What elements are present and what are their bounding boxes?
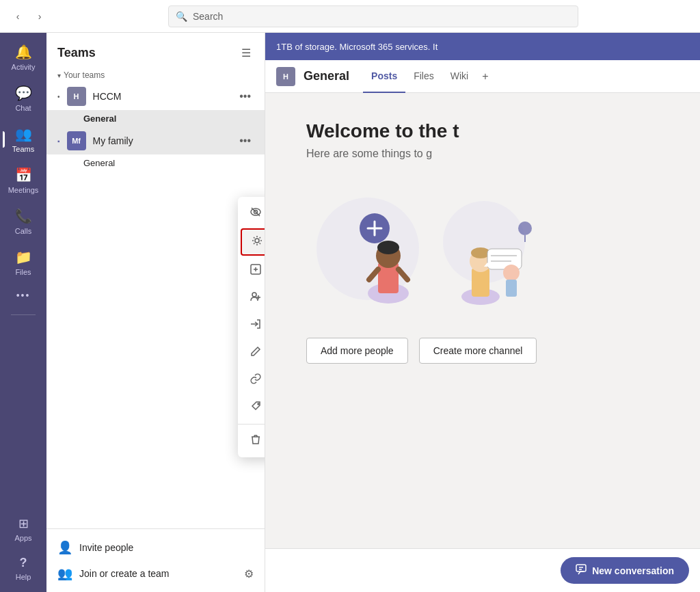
- add-people-button[interactable]: Add more people: [306, 338, 408, 364]
- storage-text: 1TB of storage. Microsoft 365 services. …: [276, 42, 438, 52]
- filter-icon[interactable]: ☰: [239, 44, 254, 62]
- svg-rect-39: [576, 565, 586, 571]
- menu-item-manage-team[interactable]: Manage team: [241, 228, 265, 256]
- menu-item-edit-team[interactable]: Edit team: [238, 339, 265, 366]
- section-chevron: ▾: [57, 72, 61, 79]
- nav-divider: [11, 314, 36, 315]
- help-icon: ?: [20, 556, 27, 570]
- tab-files[interactable]: Files: [405, 60, 442, 93]
- team-menu-myfamily[interactable]: •••: [237, 133, 254, 148]
- svg-point-11: [258, 403, 259, 405]
- sidebar-item-label-activity: Activity: [12, 63, 36, 71]
- sidebar-item-teams[interactable]: 👥 Teams: [3, 120, 44, 159]
- more-icon: •••: [16, 290, 31, 301]
- svg-point-35: [503, 265, 520, 281]
- new-conv-icon: [576, 564, 587, 577]
- files-icon: 📁: [15, 249, 32, 265]
- action-buttons: Add more people Create more channel: [306, 338, 659, 364]
- sidebar-item-apps[interactable]: ⊞ Apps: [3, 511, 44, 548]
- search-bar[interactable]: 🔍 Search: [168, 5, 578, 27]
- storage-banner: 1TB of storage. Microsoft 365 services. …: [265, 33, 700, 60]
- join-label: Join or create a team: [79, 568, 170, 579]
- sidebar-item-files[interactable]: 📁 Files: [3, 243, 44, 282]
- illustration: [306, 187, 659, 310]
- hide-icon: [249, 206, 262, 220]
- tab-add-button[interactable]: +: [476, 60, 494, 93]
- join-settings-icon[interactable]: ⚙: [244, 567, 254, 580]
- teams-panel-bottom: 👤 Invite people 👥 Join or create a team …: [46, 528, 265, 592]
- svg-point-3: [255, 239, 259, 243]
- team-item-hccm[interactable]: • H HCCM •••: [46, 83, 265, 110]
- delete-team-icon: [249, 434, 262, 448]
- teams-icon: 👥: [15, 126, 32, 142]
- menu-divider: [238, 424, 265, 425]
- edit-team-icon: [249, 346, 262, 360]
- join-icon: 👥: [57, 566, 72, 581]
- channel-hccm-general[interactable]: General: [46, 110, 265, 127]
- new-conv-label: New conversation: [592, 565, 674, 576]
- add-member-icon: [249, 291, 262, 305]
- sidebar-item-label-help: Help: [16, 573, 31, 581]
- svg-rect-36: [506, 280, 517, 297]
- team-item-myfamily[interactable]: ▪ Mf My family •••: [46, 127, 265, 154]
- team-name-myfamily: My family: [93, 135, 230, 146]
- channel-avatar: H: [276, 67, 295, 86]
- activity-icon: 🔔: [15, 44, 32, 60]
- svg-rect-28: [472, 268, 489, 297]
- sidebar-item-label-chat: Chat: [15, 104, 31, 112]
- main-content: 1TB of storage. Microsoft 365 services. …: [265, 33, 700, 592]
- tab-wiki[interactable]: Wiki: [442, 60, 476, 93]
- sidebar-item-meetings[interactable]: 📅 Meetings: [3, 161, 44, 200]
- svg-point-24: [377, 241, 399, 254]
- teams-list: • H HCCM ••• General ▪ Mf My family ••• …: [46, 83, 265, 528]
- sidebar-item-label-teams: Teams: [12, 145, 34, 153]
- menu-item-leave-team[interactable]: Leave the team: [238, 312, 265, 339]
- chat-icon: 💬: [15, 85, 32, 101]
- svg-point-37: [518, 221, 532, 235]
- team-menu-hccm[interactable]: •••: [237, 89, 254, 104]
- nav-bottom: ⊞ Apps ? Help: [3, 511, 44, 587]
- sidebar-item-chat[interactable]: 💬 Chat: [3, 79, 44, 118]
- new-conversation-button[interactable]: New conversation: [561, 557, 689, 584]
- sidebar-item-label-calls: Calls: [15, 227, 31, 235]
- teams-panel-title: Teams: [57, 46, 96, 60]
- teams-section-label: ▾ Your teams: [46, 68, 265, 83]
- avatar-hccm: H: [67, 87, 86, 106]
- sidebar-item-calls[interactable]: 📞 Calls: [3, 202, 44, 241]
- context-menu: Hide Manage team: [238, 197, 265, 457]
- search-icon: 🔍: [176, 11, 187, 22]
- meetings-icon: 📅: [15, 167, 32, 183]
- invite-icon: 👤: [57, 540, 72, 555]
- welcome-illustration: [306, 187, 539, 310]
- channel-tabs: Posts Files Wiki +: [363, 60, 494, 93]
- add-channel-icon: [249, 264, 262, 278]
- menu-item-get-link[interactable]: Get link to team: [238, 366, 265, 394]
- invite-label: Invite people: [79, 542, 133, 553]
- main-layout: 🔔 Activity 💬 Chat 👥 Teams 📅 Meetings 📞 C…: [0, 33, 700, 592]
- forward-button[interactable]: ›: [30, 7, 49, 26]
- channel-myfamily-general[interactable]: General: [46, 154, 265, 172]
- search-placeholder: Search: [193, 11, 223, 22]
- sidebar-item-activity[interactable]: 🔔 Activity: [3, 38, 44, 77]
- teams-panel: Teams ☰ ▾ Your teams • H HCCM ••• Genera…: [46, 33, 265, 592]
- welcome-title: Welcome to the t: [306, 120, 659, 142]
- sidebar-item-more[interactable]: •••: [3, 284, 44, 306]
- sidebar-item-label-files: Files: [15, 268, 31, 276]
- menu-item-delete-team[interactable]: Delete the team: [238, 427, 265, 455]
- join-create-action[interactable]: 👥 Join or create a team ⚙: [46, 561, 265, 587]
- svg-point-16: [317, 198, 419, 300]
- svg-point-7: [252, 293, 256, 297]
- sidebar-item-label-meetings: Meetings: [8, 186, 39, 194]
- menu-item-add-channel[interactable]: Add channel: [238, 257, 265, 284]
- back-button[interactable]: ‹: [8, 7, 27, 26]
- team-name-hccm: HCCM: [93, 91, 230, 102]
- invite-people-action[interactable]: 👤 Invite people: [46, 535, 265, 561]
- menu-item-add-member[interactable]: Add member: [238, 284, 265, 312]
- sidebar-item-help[interactable]: ? Help: [3, 550, 44, 587]
- menu-item-manage-tags[interactable]: Manage tags: [238, 394, 265, 421]
- tab-posts[interactable]: Posts: [363, 60, 405, 93]
- nav-arrows: ‹ ›: [8, 7, 49, 26]
- menu-item-hide[interactable]: Hide: [238, 200, 265, 227]
- create-channel-button[interactable]: Create more channel: [419, 338, 537, 364]
- avatar-myfamily: Mf: [67, 131, 86, 150]
